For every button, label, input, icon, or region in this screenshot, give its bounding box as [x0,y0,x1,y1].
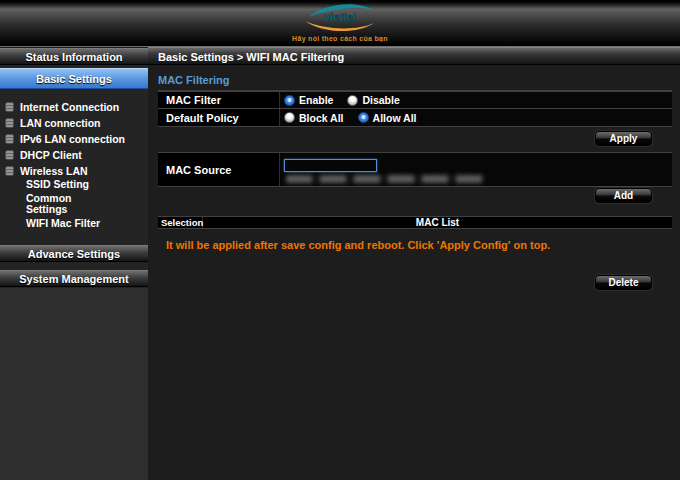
mac-source-label: MAC Source [158,153,280,186]
mac-filter-enable-option[interactable]: Enable [284,94,333,106]
sidebar-item-label: IPv6 LAN connection [20,133,125,145]
option-label: Allow All [373,112,417,124]
mac-source-row: MAC Source [158,153,672,186]
apply-button[interactable]: Apply [595,131,652,146]
sidebar: Status Information Basic Settings Intern… [0,48,148,480]
default-policy-block-all-option[interactable]: Block All [284,112,344,124]
default-policy-label: Default Policy [158,109,280,126]
mac-source-value-cell [280,153,672,186]
mac-list-column-header: MAC List [203,217,672,228]
sidebar-subitem-common-settings[interactable]: Common Settings [0,193,86,215]
reboot-notice: It will be applied after save config and… [166,239,550,251]
sidebar-item-internet-connection[interactable]: Internet Connection [0,99,148,115]
breadcrumb: Basic Settings > WIFI MAC Filtering [148,47,680,65]
radio-selected-icon[interactable] [358,112,369,123]
option-label: Enable [299,94,333,106]
sidebar-section-system-management[interactable]: System Management [0,270,148,287]
radio-unselected-icon[interactable] [347,95,358,106]
add-button[interactable]: Add [595,188,652,203]
main-content: MAC Filtering MAC Filter Enable Disable [148,66,680,480]
list-icon [5,134,14,144]
router-admin-page: viettel Hãy nói theo cách của bạn Status… [0,0,680,480]
list-icon [5,166,14,176]
logo-slogan: Hãy nói theo cách của bạn [0,35,680,42]
option-label: Disable [362,94,399,106]
radio-selected-icon[interactable] [284,95,295,106]
viettel-logo: viettel [0,2,680,39]
mac-source-input[interactable] [284,159,377,172]
sidebar-section-status-information[interactable]: Status Information [0,48,148,65]
list-icon [5,118,14,128]
list-icon [5,102,14,112]
default-policy-row: Default Policy Block All Allow All [158,109,672,126]
mac-filter-label: MAC Filter [158,92,280,108]
sidebar-item-label: DHCP Client [20,149,82,161]
sidebar-item-wireless-lan[interactable]: Wireless LAN [0,163,148,179]
sidebar-item-lan-connection[interactable]: LAN connection [0,115,148,131]
sidebar-item-label: LAN connection [20,117,101,129]
sidebar-nav-list: Internet Connection LAN connection IPv6 … [0,99,148,179]
sidebar-section-basic-settings[interactable]: Basic Settings [0,68,148,89]
delete-button[interactable]: Delete [595,275,652,290]
sidebar-item-label: Wireless LAN [20,165,88,177]
svg-text:viettel: viettel [324,11,356,23]
page-title: MAC Filtering [158,74,230,86]
sidebar-subitem-ssid-setting[interactable]: SSID Setting [0,179,148,190]
sidebar-subitem-wifi-mac-filter[interactable]: WIFI Mac Filter [0,218,148,229]
option-label: Block All [299,112,344,124]
selection-column-header: Selection [158,217,203,228]
radio-unselected-icon[interactable] [284,112,295,123]
mac-source-hint-redacted [286,175,484,183]
viettel-logo-icon: viettel [295,2,385,35]
sidebar-item-label: Internet Connection [20,101,119,113]
top-header: viettel Hãy nói theo cách của bạn [0,0,680,47]
mac-filter-disable-option[interactable]: Disable [347,94,399,106]
sidebar-section-advance-settings[interactable]: Advance Settings [0,245,148,262]
sidebar-sub-list: SSID Setting Common Settings WIFI Mac Fi… [0,179,148,232]
mac-filter-options: Enable Disable [280,92,672,108]
default-policy-options: Block All Allow All [280,109,672,126]
mac-source-table: MAC Source [158,152,672,187]
mac-list-table-header: Selection MAC List [158,216,672,229]
default-policy-allow-all-option[interactable]: Allow All [358,112,417,124]
list-icon [5,150,14,160]
mac-filter-table: MAC Filter Enable Disable Default Policy [158,91,672,127]
sidebar-item-dhcp-client[interactable]: DHCP Client [0,147,148,163]
mac-filter-row: MAC Filter Enable Disable [158,92,672,109]
sidebar-item-ipv6-lan-connection[interactable]: IPv6 LAN connection [0,131,148,147]
